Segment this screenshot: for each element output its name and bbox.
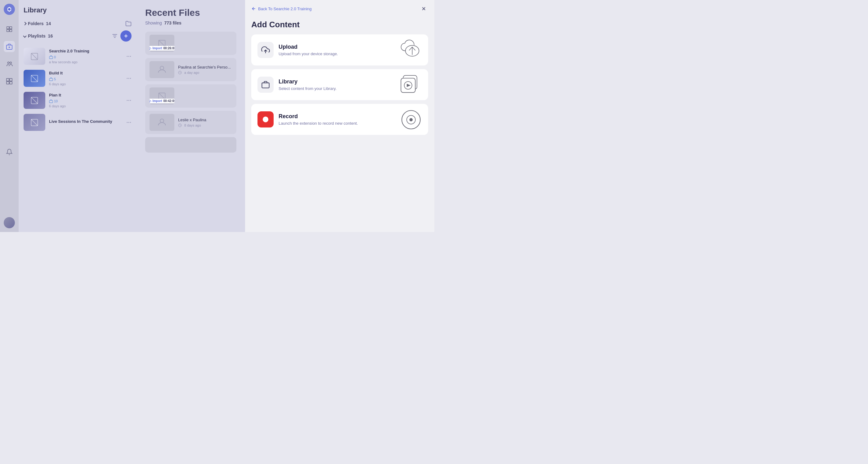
playlist-info: Build It 5 6 days ago bbox=[49, 71, 123, 86]
svg-rect-13 bbox=[6, 82, 9, 84]
playlist-count: 10 bbox=[49, 99, 58, 103]
list-item[interactable]: Build It 5 6 days ago ··· bbox=[24, 67, 131, 89]
playlist-meta: 10 bbox=[49, 99, 123, 103]
library-panel: Library Folders 14 Playlists 16 bbox=[19, 0, 136, 232]
playlist-info: Live Sessions In The Community bbox=[49, 119, 123, 126]
file-meta: 8 days ago bbox=[178, 123, 232, 127]
svg-rect-22 bbox=[49, 57, 53, 59]
playlist-info: Plan It 10 6 days ago bbox=[49, 93, 123, 108]
folders-actions bbox=[125, 21, 131, 27]
list-item[interactable]: Plan It 10 6 days ago ··· bbox=[24, 89, 131, 111]
svg-point-1 bbox=[8, 8, 10, 10]
showing-text: Showing 773 files bbox=[145, 21, 237, 25]
back-link[interactable]: Back To Searchie 2.0 Training bbox=[251, 6, 311, 11]
svg-line-21 bbox=[31, 53, 38, 60]
file-name: Leslie x Paulina bbox=[178, 118, 232, 122]
svg-rect-5 bbox=[10, 29, 12, 32]
upload-illustration bbox=[397, 39, 422, 62]
playlists-actions bbox=[112, 30, 131, 41]
svg-line-24 bbox=[31, 75, 38, 82]
nav-notifications[interactable] bbox=[4, 146, 15, 158]
list-item[interactable]: Paulina at Searchie's Perso... a day ago bbox=[145, 58, 237, 81]
import-badge: Import 00:26:00 bbox=[150, 46, 174, 51]
upload-option[interactable]: Upload Upload from your device storage. bbox=[251, 34, 428, 65]
record-option[interactable]: Record Launch the extension to record ne… bbox=[251, 104, 428, 135]
list-item[interactable]: Import 00:42:00 bbox=[145, 84, 237, 107]
playlists-label: Playlists 16 bbox=[28, 33, 53, 38]
playlist-more-button[interactable]: ··· bbox=[127, 120, 131, 125]
playlist-thumbnail bbox=[24, 92, 45, 109]
playlist-thumbnail bbox=[24, 114, 45, 131]
close-button[interactable] bbox=[420, 4, 428, 13]
playlist-time: 6 days ago bbox=[49, 82, 123, 86]
main-title: Recent Files bbox=[145, 7, 237, 18]
file-info: Paulina at Searchie's Perso... a day ago bbox=[178, 65, 232, 74]
svg-rect-12 bbox=[10, 79, 12, 81]
svg-point-10 bbox=[10, 62, 12, 64]
list-item[interactable]: Live Sessions In The Community ··· bbox=[24, 111, 131, 133]
app-logo[interactable] bbox=[4, 4, 15, 15]
svg-point-9 bbox=[8, 62, 10, 64]
nav-members[interactable] bbox=[4, 58, 15, 69]
svg-point-50 bbox=[263, 117, 268, 122]
add-playlist-button[interactable] bbox=[120, 30, 131, 41]
playlist-meta: 5 bbox=[49, 77, 123, 81]
playlist-thumbnail bbox=[24, 48, 45, 65]
list-item[interactable]: Import 00:26:00 bbox=[145, 32, 237, 55]
playlist-name: Live Sessions In The Community bbox=[49, 119, 123, 124]
nav-dashboard[interactable] bbox=[4, 24, 15, 35]
svg-line-36 bbox=[159, 93, 165, 99]
playlist-more-button[interactable]: ··· bbox=[127, 76, 131, 81]
playlist-count: 0 bbox=[49, 55, 56, 59]
svg-line-32 bbox=[159, 40, 165, 47]
list-item[interactable]: Searchie 2.0 Training 0 a few seconds ag… bbox=[24, 45, 131, 67]
folders-section-header: Folders 14 bbox=[24, 21, 131, 27]
playlist-more-button[interactable]: ··· bbox=[127, 98, 131, 103]
playlist-more-button[interactable]: ··· bbox=[127, 54, 131, 59]
library-title: Library bbox=[24, 6, 131, 14]
playlist-time: a few seconds ago bbox=[49, 60, 123, 64]
svg-rect-2 bbox=[7, 27, 9, 29]
file-thumbnail bbox=[150, 61, 174, 78]
sidebar-navigation bbox=[0, 0, 19, 232]
nav-library[interactable] bbox=[4, 41, 15, 52]
add-content-panel: Back To Searchie 2.0 Training Add Conten… bbox=[245, 0, 434, 232]
library-illustration bbox=[397, 71, 422, 97]
panel-header: Back To Searchie 2.0 Training bbox=[245, 0, 434, 18]
file-info: Leslie x Paulina 8 days ago bbox=[178, 118, 232, 127]
svg-line-30 bbox=[31, 119, 38, 126]
playlist-count: 5 bbox=[49, 77, 56, 81]
file-meta: a day ago bbox=[178, 71, 232, 74]
playlists-toggle[interactable]: Playlists 16 bbox=[24, 33, 53, 38]
library-option[interactable]: Library Select content from your Library… bbox=[251, 69, 428, 100]
folders-label: Folders 14 bbox=[28, 21, 51, 26]
record-icon-wrap bbox=[257, 111, 274, 127]
playlist-name: Searchie 2.0 Training bbox=[49, 49, 123, 54]
svg-rect-28 bbox=[49, 100, 53, 103]
upload-icon-wrap bbox=[257, 42, 274, 58]
record-illustration bbox=[400, 109, 422, 132]
svg-rect-45 bbox=[262, 83, 269, 88]
file-thumbnail: Import 00:26:00 bbox=[150, 35, 174, 52]
svg-rect-14 bbox=[10, 82, 12, 84]
file-thumbnail: Import 00:42:00 bbox=[150, 88, 174, 104]
load-more-area[interactable] bbox=[145, 137, 237, 153]
nav-apps[interactable] bbox=[4, 76, 15, 87]
file-name: Paulina at Searchie's Perso... bbox=[178, 65, 232, 69]
user-avatar[interactable] bbox=[4, 217, 15, 228]
list-item[interactable]: Leslie x Paulina 8 days ago bbox=[145, 111, 237, 134]
panel-title: Add Content bbox=[245, 18, 434, 34]
playlist-info: Searchie 2.0 Training 0 a few seconds ag… bbox=[49, 49, 123, 64]
back-link-text: Back To Searchie 2.0 Training bbox=[258, 6, 311, 11]
svg-rect-11 bbox=[6, 79, 9, 81]
playlists-filter-icon[interactable] bbox=[112, 33, 118, 39]
playlists-list: Searchie 2.0 Training 0 a few seconds ag… bbox=[24, 45, 131, 133]
svg-line-27 bbox=[31, 97, 38, 103]
playlist-time: 6 days ago bbox=[49, 104, 123, 108]
library-icon-wrap bbox=[257, 76, 274, 93]
playlist-name: Build It bbox=[49, 71, 123, 76]
svg-rect-3 bbox=[10, 27, 12, 29]
folders-toggle[interactable]: Folders 14 bbox=[24, 21, 51, 26]
folders-icon-btn[interactable] bbox=[125, 21, 131, 27]
content-options: Upload Upload from your device storage. bbox=[245, 34, 434, 232]
